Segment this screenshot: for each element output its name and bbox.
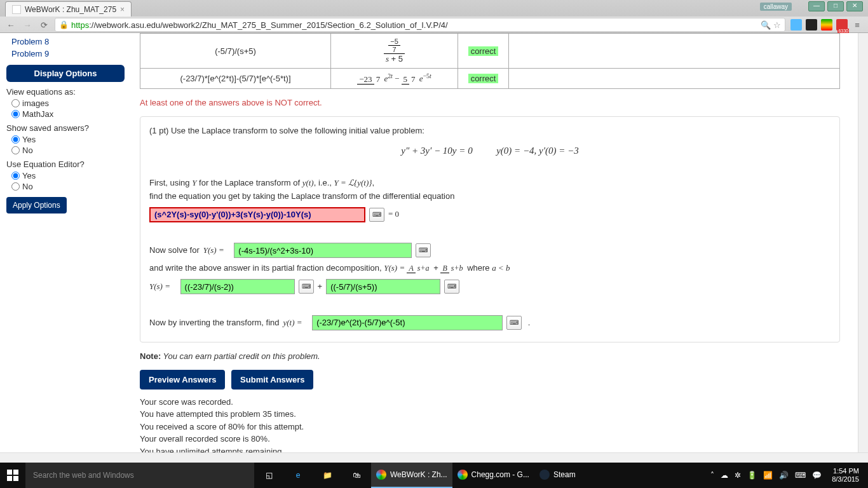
- pfd-instruction: and write the above answer in its partia…: [149, 262, 831, 275]
- lock-icon: 🔒: [59, 20, 69, 29]
- answer-row-3: Y(s) = ⌨ + ⌨: [149, 279, 831, 294]
- minimize-button[interactable]: —: [808, 1, 825, 11]
- preview-answers-button[interactable]: Preview Answers: [140, 370, 225, 390]
- score-line: Your overall recorded score is 80%.: [140, 433, 840, 445]
- answer-row-2: Now solve for Y(s) = ⌨: [149, 243, 831, 258]
- entered-cell: (-23/7)*[e^(2*t)]-(5/7)*[e^(-5*t)]: [140, 69, 331, 89]
- sidebar-problem-8[interactable]: Problem 8: [6, 36, 125, 48]
- eq-editor-label: Use Equation Editor?: [6, 159, 125, 169]
- horizontal-scrollbar[interactable]: [0, 452, 868, 463]
- radio-eqed-no[interactable]: No: [6, 181, 125, 192]
- radio-images[interactable]: images: [6, 98, 125, 109]
- status-cell: correct: [458, 34, 509, 69]
- answer-input-3[interactable]: [180, 279, 295, 294]
- answer-row-1: ⌨ = 0: [149, 207, 831, 222]
- apply-options-button[interactable]: Apply Options: [6, 197, 67, 214]
- keyboard-icon[interactable]: ⌨: [444, 280, 459, 294]
- status-cell: correct: [458, 69, 509, 89]
- forward-button[interactable]: →: [22, 19, 33, 30]
- answer-input-1[interactable]: [149, 207, 365, 222]
- tab-bar: WeBWorK : Zhu_MAT_275 ×: [0, 0, 868, 17]
- instruction-1: First, using Y for the Laplace transform…: [149, 177, 831, 190]
- chrome-menu-icon[interactable]: ≡: [851, 19, 863, 30]
- score-block: Your score was recorded. You have attemp…: [140, 396, 840, 458]
- vertical-scrollbar[interactable]: [858, 33, 868, 463]
- tab-close-icon[interactable]: ×: [120, 5, 125, 14]
- msg-cell: [509, 34, 840, 69]
- browser-chrome: WeBWorK : Zhu_MAT_275 × ← → ⟳ 🔒 https://…: [0, 0, 868, 33]
- ext-cloud-icon[interactable]: [790, 19, 802, 30]
- problem-box: (1 pt) Use the Laplace transform to solv…: [140, 116, 840, 342]
- ext-drive-icon[interactable]: [821, 19, 832, 30]
- note: Note: You can earn partial credit on thi…: [140, 351, 840, 361]
- tab-title: WeBWorK : Zhu_MAT_275: [25, 5, 116, 14]
- sidebar-problem-9[interactable]: Problem 9: [6, 48, 125, 60]
- ext-dark-icon[interactable]: [806, 19, 817, 30]
- maximize-button[interactable]: □: [827, 1, 844, 11]
- back-button[interactable]: ←: [5, 19, 17, 30]
- window-caption-buttons: — □ ✕: [808, 1, 863, 11]
- extension-icons: 6330 ≡: [790, 19, 863, 30]
- invert-label: Now by inverting the transform, find: [149, 316, 279, 330]
- preview-cell: −57s + 5: [331, 34, 458, 69]
- submit-answers-button[interactable]: Submit Answers: [231, 370, 313, 390]
- view-equations-label: View equations as:: [6, 87, 125, 97]
- close-button[interactable]: ✕: [846, 1, 863, 11]
- address-bar: ← → ⟳ 🔒 https://webwork.asu.edu/webwork2…: [0, 17, 868, 33]
- problem-equation: y″ + 3y′ − 10y = 0 y(0) = −4, y′(0) = −3: [149, 143, 831, 158]
- reload-button[interactable]: ⟳: [38, 19, 50, 30]
- preview-cell: −237 e2t − 57 e−5t: [331, 69, 458, 89]
- search-glass-icon: 🔍: [761, 20, 771, 30]
- user-badge: callaway: [760, 3, 792, 11]
- bookmark-star-icon[interactable]: ☆: [773, 20, 781, 30]
- radio-eqed-yes[interactable]: Yes: [6, 170, 125, 181]
- keyboard-icon[interactable]: ⌨: [506, 316, 522, 330]
- gmail-count: 6330: [837, 29, 849, 33]
- instruction-2: find the equation you get by taking the …: [149, 190, 831, 203]
- score-line: You have attempted this problem 35 times…: [140, 408, 840, 421]
- score-line: You received a score of 80% for this att…: [140, 421, 840, 433]
- sidebar: Problem 8 Problem 9 Display Options View…: [0, 33, 131, 463]
- action-buttons: Preview Answers Submit Answers: [140, 370, 840, 390]
- answer-input-4[interactable]: [326, 279, 440, 294]
- results-table: (-5/7)/(s+5) −57s + 5 correct (-23/7)*[e…: [140, 33, 840, 89]
- display-options-heading: Display Options: [6, 65, 125, 82]
- answer-input-5[interactable]: [312, 315, 503, 330]
- url-text: https://webwork.asu.edu/webwork2/Zhu_MAT…: [71, 20, 448, 30]
- score-line: Your score was recorded.: [140, 396, 840, 409]
- radio-mathjax[interactable]: MathJax: [6, 109, 125, 119]
- plus-label: +: [318, 280, 323, 294]
- main-content: (-5/7)/(s+5) −57s + 5 correct (-23/7)*[e…: [131, 33, 849, 463]
- browser-tab[interactable]: WeBWorK : Zhu_MAT_275 ×: [5, 1, 132, 17]
- favicon-icon: [12, 5, 21, 14]
- radio-saved-yes[interactable]: Yes: [6, 134, 125, 145]
- keyboard-icon[interactable]: ⌨: [416, 243, 431, 257]
- saved-answers-label: Show saved answers?: [6, 123, 125, 133]
- keyboard-icon[interactable]: ⌨: [299, 280, 314, 294]
- answer-input-2[interactable]: [234, 243, 412, 258]
- radio-saved-no[interactable]: No: [6, 145, 125, 156]
- problem-prompt: (1 pt) Use the Laplace transform to solv…: [149, 125, 831, 138]
- answer-row-5: Now by inverting the transform, find y(t…: [149, 315, 831, 330]
- page-content: Problem 8 Problem 9 Display Options View…: [0, 33, 868, 463]
- ext-gmail-icon[interactable]: 6330: [836, 19, 848, 30]
- url-input[interactable]: 🔒 https://webwork.asu.edu/webwork2/Zhu_M…: [55, 18, 785, 32]
- table-row: (-23/7)*[e^(2*t)]-(5/7)*[e^(-5*t)] −237 …: [140, 69, 840, 89]
- entered-cell: (-5/7)/(s+5): [140, 34, 331, 69]
- equals-zero: = 0: [388, 208, 399, 221]
- keyboard-icon[interactable]: ⌨: [369, 208, 384, 222]
- error-message: At least one of the answers above is NOT…: [140, 98, 840, 107]
- solve-label: Now solve for: [149, 244, 200, 257]
- table-row: (-5/7)/(s+5) −57s + 5 correct: [140, 34, 840, 69]
- msg-cell: [509, 69, 840, 89]
